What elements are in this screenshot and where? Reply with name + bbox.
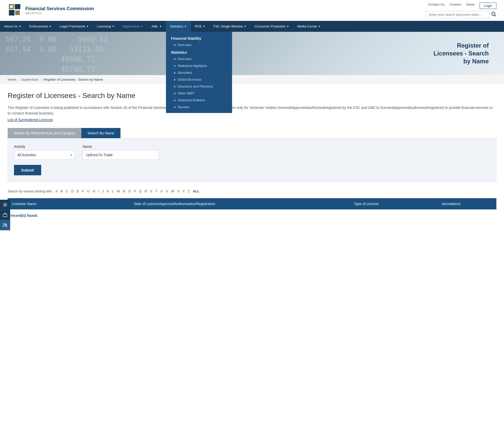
hero-numbers: 597.26 0.00 5690.12 483.94 0.00 53111.83… xyxy=(0,32,113,75)
nav-licensing[interactable]: Licensing ▼ xyxy=(93,21,118,32)
alpha-e[interactable]: E xyxy=(76,189,80,193)
dropdown-stat-surveys[interactable]: ▶ Surveys xyxy=(166,104,232,110)
breadcrumb-home[interactable]: Home xyxy=(8,78,17,81)
nav-consumer[interactable]: Consumer Protection ▼ xyxy=(250,21,293,32)
nav-about-arrow: ▼ xyxy=(19,25,21,28)
group-icon[interactable] xyxy=(0,220,10,225)
careers-link[interactable]: Careers xyxy=(449,3,461,9)
dropdown-stat-insurance[interactable]: ▶ Insurance and Pensions xyxy=(166,83,232,90)
search-panel: Activity All Activities Name Submit xyxy=(8,138,496,182)
submit-button[interactable]: Submit xyxy=(14,165,41,175)
alpha-c[interactable]: C xyxy=(65,189,69,193)
dropdown-stat-highlights[interactable]: ▶ Statistical Highlights xyxy=(166,62,232,69)
top-links: Contact Us Careers News Login xyxy=(428,3,496,9)
contact-link[interactable]: Contact Us xyxy=(428,3,444,9)
breadcrumb: Home | Supervision | Register of License… xyxy=(0,75,504,84)
search-fields: Activity All Activities Name xyxy=(14,145,490,160)
login-button[interactable]: Login xyxy=(480,3,496,9)
alpha-h[interactable]: H xyxy=(92,189,96,193)
alpha-m[interactable]: M xyxy=(116,189,120,193)
alpha-o[interactable]: O xyxy=(128,189,131,193)
name-input[interactable] xyxy=(83,150,159,160)
dropdown-stat-bulletins[interactable]: ▶ Statistical Bulletins xyxy=(166,97,232,104)
dropdown-stat-securities[interactable]: ▶ Securities xyxy=(166,69,232,76)
briefcase-icon[interactable] xyxy=(0,210,10,220)
alpha-y[interactable]: Y xyxy=(182,189,185,193)
alpha-u[interactable]: U xyxy=(160,189,163,193)
fsc-logo xyxy=(8,3,23,18)
top-bar: Financial Services Commission MAURITIUS … xyxy=(0,0,504,21)
dropdown-arrow-7: ▶ xyxy=(174,92,176,95)
nav-supervision[interactable]: Supervision ▼ xyxy=(118,21,147,32)
alpha-s[interactable]: S xyxy=(150,189,153,193)
hero-background: 597.26 0.00 5690.12 483.94 0.00 53111.83… xyxy=(0,32,504,75)
nav-aml-arrow: ▼ xyxy=(159,25,162,28)
alpha-x[interactable]: X xyxy=(177,189,180,193)
nav-legal[interactable]: Legal Framework ▼ xyxy=(56,21,93,32)
alpha-g[interactable]: G xyxy=(87,189,90,193)
alpha-b[interactable]: B xyxy=(60,189,63,193)
nav-rce[interactable]: RCE ▼ xyxy=(191,21,209,32)
records-found: 0 record(s) found. xyxy=(8,213,496,218)
activity-select-wrapper: All Activities xyxy=(14,150,75,160)
alpha-j[interactable]: J xyxy=(102,189,104,193)
nav-consumer-arrow: ▼ xyxy=(287,25,289,28)
dropdown-stat-overview[interactable]: ▶ Overview xyxy=(166,55,232,62)
svg-line-9 xyxy=(495,15,496,17)
alpha-q[interactable]: Q xyxy=(139,189,142,193)
alpha-z[interactable]: Z xyxy=(187,189,190,193)
breadcrumb-current: Register of Licensees - Search by Name xyxy=(43,78,103,81)
alpha-v[interactable]: V xyxy=(165,189,169,193)
alpha-k[interactable]: K xyxy=(106,189,110,193)
alpha-p[interactable]: P xyxy=(133,189,136,193)
alpha-search: Search by names starting with: A B C D E… xyxy=(8,189,496,193)
svg-rect-0 xyxy=(3,214,7,217)
logo-location: MAURITIUS xyxy=(25,12,94,15)
main-content: Register of Licensees - Search by Name T… xyxy=(0,84,504,225)
svg-point-1 xyxy=(4,223,5,225)
search-input[interactable] xyxy=(426,11,489,18)
email-icon[interactable]: @ xyxy=(0,200,10,210)
alpha-t[interactable]: T xyxy=(155,189,158,193)
nav-enforcement-arrow: ▼ xyxy=(49,25,52,28)
alpha-w[interactable]: W xyxy=(171,189,175,193)
tab-relevant-acts[interactable]: Search By Relevant Acts and Category xyxy=(8,128,81,138)
nav-fscsingle[interactable]: FSC Single Window ▼ xyxy=(209,21,251,32)
search-bar xyxy=(426,11,496,18)
alpha-i[interactable]: I xyxy=(98,189,100,193)
nav-bar: About Us ▼ Enforcement ▼ Legal Framework… xyxy=(0,21,504,32)
alpha-f[interactable]: F xyxy=(82,189,85,193)
dropdown-statistics-label: Statistics xyxy=(166,48,232,55)
alpha-n[interactable]: N xyxy=(122,189,126,193)
hero-banner: 597.26 0.00 5690.12 483.94 0.00 53111.83… xyxy=(0,32,504,75)
alpha-all[interactable]: ALL xyxy=(192,189,200,193)
tab-search-by-name[interactable]: Search By Name xyxy=(81,128,120,138)
svg-rect-4 xyxy=(10,5,13,8)
nav-aml[interactable]: AML ▼ xyxy=(147,21,166,32)
activity-select[interactable]: All Activities xyxy=(14,150,75,160)
page-title: Register of Licensees - Search by Name xyxy=(8,92,496,100)
surrendered-link[interactable]: List of Surrendered Licences xyxy=(8,118,496,122)
alpha-r[interactable]: R xyxy=(144,189,147,193)
svg-point-8 xyxy=(492,12,495,16)
nav-legal-arrow: ▼ xyxy=(86,25,89,28)
news-link[interactable]: News xyxy=(466,3,475,9)
nav-media[interactable]: Media Corner ▼ xyxy=(293,21,325,32)
col-date: Date of Licence/Approval/Authorisation/R… xyxy=(130,198,350,209)
breadcrumb-parent[interactable]: Supervision xyxy=(21,78,39,81)
nav-statistics[interactable]: Statistics ▼ Financial Stability ▶ Overv… xyxy=(166,21,191,32)
nav-supervision-arrow: ▼ xyxy=(141,25,143,28)
alpha-d[interactable]: D xyxy=(71,189,74,193)
side-icons: @ xyxy=(0,200,10,225)
nav-about[interactable]: About Us ▼ xyxy=(0,21,25,32)
nav-enforcement[interactable]: Enforcement ▼ xyxy=(25,21,56,32)
search-button[interactable] xyxy=(491,11,496,18)
activity-label: Activity xyxy=(14,145,75,149)
alpha-a[interactable]: A xyxy=(55,189,58,193)
dropdown-fs-overview[interactable]: ▶ Overview xyxy=(166,41,232,48)
dropdown-stat-global[interactable]: ▶ Global Business xyxy=(166,76,232,83)
alpha-l[interactable]: L xyxy=(112,189,114,193)
dropdown-stat-other[interactable]: ▶ Other NBFI xyxy=(166,90,232,97)
logo-text: Financial Services Commission MAURITIUS xyxy=(25,6,94,15)
dropdown-arrow-5: ▶ xyxy=(174,78,176,81)
